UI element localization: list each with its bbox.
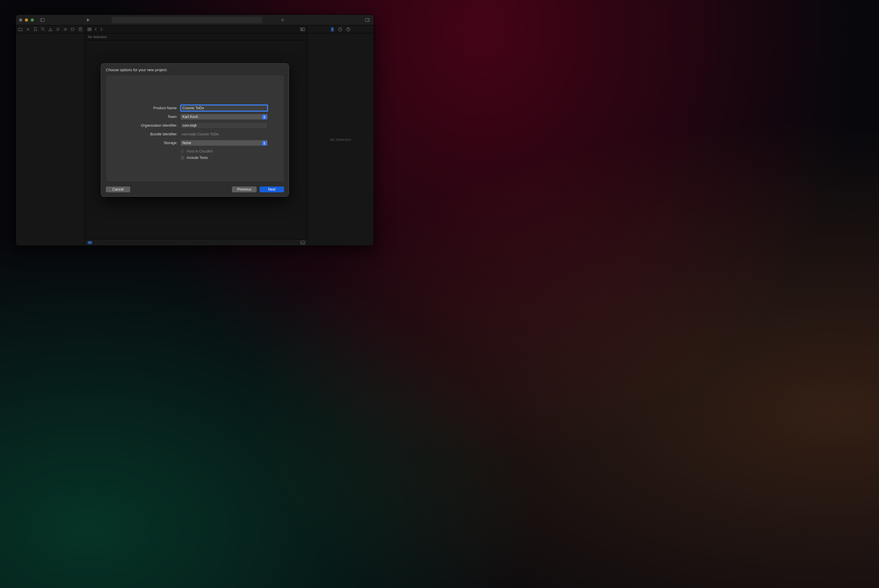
minimize-window-button[interactable] [25,18,28,22]
include-tests-label: Include Tests [187,156,208,160]
org-id-label: Organization Identifier: [122,123,180,128]
cancel-button-label: Cancel [113,188,124,192]
filter-debug-icon[interactable] [87,241,92,244]
history-inspector-icon[interactable] [338,27,342,32]
previous-button[interactable]: Previous [232,186,257,192]
report-navigator-icon[interactable] [78,27,83,32]
editor-options-icon[interactable] [300,28,305,31]
go-back-icon[interactable] [95,28,97,31]
navigator-tabs [16,25,85,33]
test-navigator-icon[interactable] [56,27,60,32]
sheet-button-row: Cancel Previous Next [106,182,284,192]
inspector-tabs [308,25,374,33]
storage-popup[interactable]: None ▲▼ [180,140,268,146]
sheet-body: Product Name: Team: Karl Koch ▲▼ Organiz… [106,75,284,182]
run-button-icon[interactable] [85,17,92,23]
include-tests-checkbox[interactable] [180,156,185,160]
close-window-button[interactable] [19,18,23,22]
toggle-debug-area-icon[interactable] [301,241,305,244]
project-options-form: Product Name: Team: Karl Koch ▲▼ Organiz… [122,104,268,161]
help-inspector-icon[interactable] [346,27,350,32]
team-label: Team: [122,115,180,119]
team-popup[interactable]: Karl Koch ▲▼ [180,114,268,120]
next-button-label: Next [268,188,276,192]
go-forward-icon[interactable] [100,28,103,31]
svg-rect-19 [90,28,91,29]
editor-tabbar [85,25,307,33]
toggle-navigator-icon[interactable] [39,17,46,23]
file-inspector-icon[interactable] [331,27,334,32]
titlebar [16,15,374,25]
debug-navigator-icon[interactable] [63,27,68,32]
breakpoint-navigator-icon[interactable] [71,27,75,32]
previous-button-label: Previous [237,188,251,192]
svg-line-9 [43,30,45,31]
inspector-pane: No Selection [307,25,374,246]
svg-rect-27 [301,241,305,244]
sheet-title: Choose options for your new project: [106,68,284,72]
svg-rect-21 [90,30,91,31]
svg-point-8 [41,28,44,30]
svg-rect-4 [365,18,370,21]
navigator-pane [16,25,85,246]
bundle-id-label: Bundle Identifier: [122,132,180,136]
team-popup-value: Karl Koch [183,115,198,119]
svg-rect-26 [87,241,92,244]
activity-viewer[interactable] [111,16,263,24]
popup-arrows-icon: ▲▼ [262,141,267,146]
zoom-window-button[interactable] [30,18,34,22]
inspector-empty-text: No Selection [330,137,352,142]
window-traffic-lights [19,18,34,22]
product-name-field[interactable] [180,105,268,111]
bundle-id-value: com.kejk.Cosmic-ToDo [180,132,268,136]
bookmarks-navigator-icon[interactable] [33,27,38,32]
issue-navigator-icon[interactable] [48,27,53,32]
svg-point-10 [65,28,66,30]
debug-bar [85,239,307,246]
product-name-label: Product Name: [122,106,180,110]
host-in-cloudkit-checkbox [180,149,185,153]
storage-popup-value: None [183,141,191,145]
svg-rect-18 [88,28,89,29]
storage-label: Storage: [122,141,180,145]
org-id-field[interactable] [180,122,268,129]
find-navigator-icon[interactable] [41,27,45,32]
library-icon[interactable] [364,17,371,23]
add-button-icon[interactable] [279,17,286,23]
next-button[interactable]: Next [260,186,284,192]
cancel-button[interactable]: Cancel [106,186,130,192]
inspector-empty-state: No Selection [308,33,374,246]
svg-rect-20 [88,30,89,31]
jump-bar-text: No Selection [88,35,107,39]
project-navigator-icon[interactable] [18,27,23,32]
source-control-navigator-icon[interactable] [26,27,30,32]
host-in-cloudkit-label: Host in CloudKit [187,149,213,153]
jump-bar[interactable]: No Selection [85,33,307,40]
svg-rect-0 [41,18,45,21]
new-project-options-sheet: Choose options for your new project: Pro… [101,63,289,196]
popup-arrows-icon: ▲▼ [262,115,267,119]
related-items-icon[interactable] [87,28,92,31]
